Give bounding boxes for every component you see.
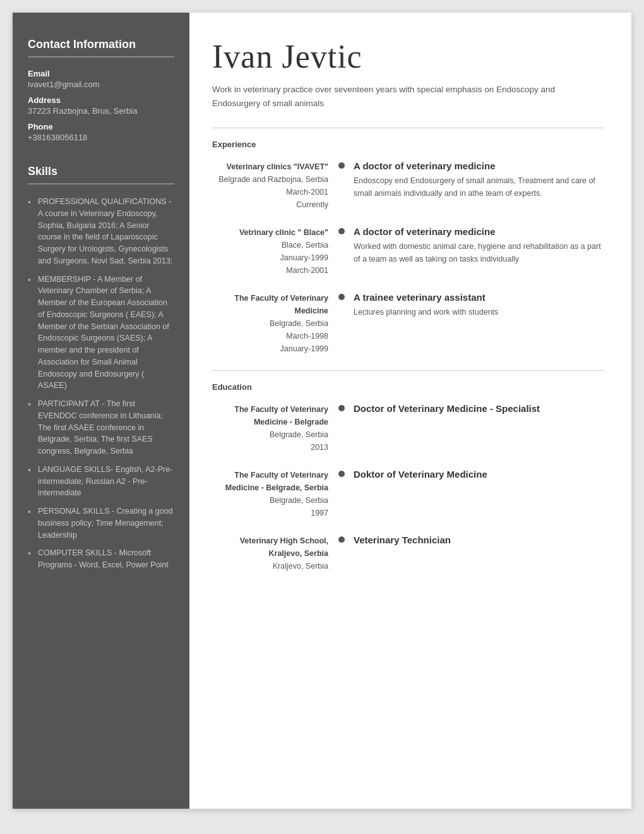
education-entries: The Faculty of Veterinary Medicine - Bel… — [212, 403, 604, 572]
education-section: Education The Faculty of Veterinary Medi… — [212, 370, 604, 572]
edu-left-1: The Faculty of Veterinary Medicine - Bel… — [212, 469, 338, 519]
contact-divider — [28, 56, 174, 57]
entry-org-2: The Faculty of Veterinary Medicine — [234, 294, 328, 315]
skills-divider — [28, 183, 174, 184]
edu-title-2: Veterinary Technician — [354, 535, 604, 545]
skills-item-5: COMPUTER SKILLS - Microsoft Programs - W… — [28, 547, 174, 571]
entry-left-0: Veterinary clinics "IVAVET" Belgrade and… — [212, 160, 338, 211]
entry-location-1: Blace, Serbia — [282, 241, 328, 250]
entry-dot-1 — [338, 226, 347, 234]
experience-entry-1: Vetrinary clinic " Blace" Blace, Serbia … — [212, 226, 604, 277]
contact-title: Contact Information — [28, 38, 174, 51]
entry-right-0: A doctor of veterinary medicine Endoscop… — [347, 160, 604, 200]
resume-container: Contact Information Email ivavet1@gmail.… — [13, 13, 631, 809]
experience-entries: Veterinary clinics "IVAVET" Belgrade and… — [212, 160, 604, 355]
entry-title-0: A doctor of veterinary medicine — [354, 160, 604, 171]
entry-left-1: Vetrinary clinic " Blace" Blace, Serbia … — [212, 226, 338, 277]
candidate-summary: Work in veterinary practice over sevente… — [212, 83, 604, 110]
edu-org-2: Veterinary High School, Kraljevo, Serbia — [240, 536, 328, 558]
entry-desc-1: Worked with domestic animal care, hygien… — [354, 240, 604, 265]
entry-dot-0 — [338, 160, 347, 169]
edu-org-0: The Faculty of Veterinary Medicine - Bel… — [234, 405, 328, 426]
edu-dot-0 — [338, 403, 347, 411]
skills-item-2: PARTICIPANT AT - The first EVENDOC confe… — [28, 398, 174, 457]
entry-left-2: The Faculty of Veterinary Medicine Belgr… — [212, 292, 338, 355]
entry-title-1: A doctor of veterinary medicine — [354, 226, 604, 237]
experience-entry-0: Veterinary clinics "IVAVET" Belgrade and… — [212, 160, 604, 211]
education-entry-0: The Faculty of Veterinary Medicine - Bel… — [212, 403, 604, 454]
edu-left-2: Veterinary High School, Kraljevo, Serbia… — [212, 535, 338, 572]
edu-location-1: Belgrade, Serbia — [270, 496, 328, 505]
phone-value: +381638056118 — [28, 133, 174, 142]
phone-label: Phone — [28, 122, 174, 131]
entry-dates-1: January-1999March-2001 — [280, 253, 328, 275]
skills-item-4: PERSONAL SKILLS - Creating a good busine… — [28, 505, 174, 541]
email-label: Email — [28, 69, 174, 78]
experience-label: Experience — [212, 140, 604, 149]
entry-desc-2: Lectures planning and work with students — [354, 306, 604, 318]
entry-org-0: Veterinary clinics "IVAVET" — [227, 162, 328, 171]
edu-title-1: Doktor of Veterinary Medicine — [354, 469, 604, 480]
skills-item-3: LANGUAGE SKILLS- English, A2-Pre- interm… — [28, 464, 174, 499]
skills-list: PROFESSIONAL QUALIFICATIONS - A course i… — [28, 196, 174, 571]
skills-item-1: MEMBERSHIP - A Member of Veterinary Cham… — [28, 274, 174, 392]
address-value: 37223 Razbojna, Brus, Serbia — [28, 106, 174, 116]
edu-title-0: Doctor of Veterinary Medicine - Speciali… — [354, 403, 604, 414]
address-label: Address — [28, 95, 174, 105]
entry-right-2: A trainee veterinary assistant Lectures … — [347, 292, 604, 318]
entry-right-1: A doctor of veterinary medicine Worked w… — [347, 226, 604, 265]
skills-item-0: PROFESSIONAL QUALIFICATIONS - A course i… — [28, 196, 174, 267]
experience-entry-2: The Faculty of Veterinary Medicine Belgr… — [212, 292, 604, 355]
skills-section: Skills PROFESSIONAL QUALIFICATIONS - A c… — [28, 165, 174, 571]
edu-right-2: Veterinary Technician — [347, 535, 604, 548]
edu-right-0: Doctor of Veterinary Medicine - Speciali… — [347, 403, 604, 417]
edu-right-1: Doktor of Veterinary Medicine — [347, 469, 604, 483]
entry-dates-2: March-1998January-1999 — [280, 332, 328, 353]
entry-dot-2 — [338, 292, 347, 300]
entry-location-2: Belgrade, Serbia — [270, 319, 328, 328]
main-content: Ivan Jevtic Work in veterinary practice … — [189, 13, 631, 809]
education-entry-2: Veterinary High School, Kraljevo, Serbia… — [212, 535, 604, 572]
entry-desc-0: Endoscopy end Endosurgery of small anima… — [354, 174, 604, 200]
edu-dates-1: 1997 — [311, 509, 328, 517]
skills-title: Skills — [28, 165, 174, 178]
entry-org-1: Vetrinary clinic " Blace" — [239, 228, 328, 237]
entry-dates-0: March-2001Currently — [286, 188, 328, 209]
entry-location-0: Belgrade and Razbojna, Serbia — [218, 175, 328, 184]
edu-dates-0: 2013 — [311, 443, 328, 452]
edu-org-1: The Faculty of Veterinary Medicine - Bel… — [225, 471, 328, 492]
entry-title-2: A trainee veterinary assistant — [354, 292, 604, 303]
email-value: ivavet1@gmail.com — [28, 80, 174, 89]
edu-left-0: The Faculty of Veterinary Medicine - Bel… — [212, 403, 338, 454]
edu-location-2: Kraljevo, Serbia — [273, 562, 328, 571]
education-label: Education — [212, 382, 604, 392]
edu-location-0: Belgrade, Serbia — [270, 430, 328, 439]
edu-dot-1 — [338, 469, 347, 477]
edu-dot-2 — [338, 535, 347, 543]
education-entry-1: The Faculty of Veterinary Medicine - Bel… — [212, 469, 604, 519]
experience-divider — [212, 128, 604, 128]
education-divider — [212, 370, 604, 371]
sidebar: Contact Information Email ivavet1@gmail.… — [13, 13, 189, 809]
candidate-name: Ivan Jevtic — [212, 38, 604, 75]
